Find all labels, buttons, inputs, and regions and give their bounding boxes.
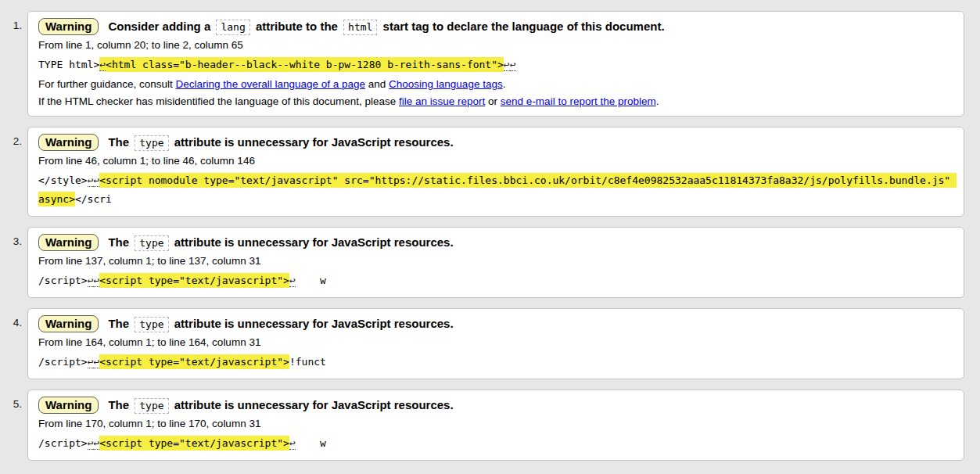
- code-token: type: [135, 135, 168, 151]
- guidance-link[interactable]: Choosing language tags: [389, 78, 503, 90]
- warning-heading: The type attribute is unnecessary for Ja…: [108, 317, 453, 330]
- warning-code-extract: /script>↩↩<script type="text/javascript"…: [38, 353, 953, 372]
- warning-location: From line 137, column 1; to line 137, co…: [38, 254, 953, 268]
- warning-item: WarningThe type attribute is unnecessary…: [27, 308, 964, 379]
- warning-heading-line: WarningThe type attribute is unnecessary…: [38, 234, 953, 251]
- warning-location: From line 46, column 1; to line 46, colu…: [38, 154, 953, 168]
- warning-item: WarningThe type attribute is unnecessary…: [27, 127, 964, 217]
- warning-item: WarningConsider adding a lang attribute …: [27, 11, 964, 117]
- line-break-icon: ↩: [510, 59, 516, 71]
- warning-badge: Warning: [38, 397, 99, 414]
- warning-heading: The type attribute is unnecessary for Ja…: [108, 135, 453, 149]
- guidance-text: If the HTML checker has misidentified th…: [38, 95, 953, 109]
- warning-list: WarningConsider adding a lang attribute …: [0, 11, 964, 461]
- code-token: type: [135, 398, 168, 414]
- code-token: lang: [216, 20, 249, 35]
- warning-location: From line 1, column 20; to line 2, colum…: [38, 38, 953, 52]
- warning-heading-line: WarningThe type attribute is unnecessary…: [38, 315, 953, 332]
- warning-heading-line: WarningThe type attribute is unnecessary…: [38, 397, 953, 414]
- warning-location: From line 164, column 1; to line 164, co…: [38, 336, 953, 350]
- warning-heading-line: WarningConsider adding a lang attribute …: [38, 18, 953, 35]
- warning-heading: The type attribute is unnecessary for Ja…: [108, 235, 453, 249]
- warning-item: WarningThe type attribute is unnecessary…: [27, 227, 964, 298]
- highlighted-code: <script nomodule type="text/javascript" …: [38, 173, 957, 206]
- code-token: type: [135, 235, 168, 251]
- warning-badge: Warning: [38, 134, 99, 151]
- warning-badge: Warning: [38, 18, 99, 35]
- guidance-text: For further guidance, consult Declaring …: [38, 77, 953, 92]
- highlighted-code: <script type="text/javascript">: [99, 354, 289, 369]
- warning-item: WarningThe type attribute is unnecessary…: [27, 390, 964, 461]
- highlighted-code: <html class="b-header--black--white b-pw…: [106, 57, 504, 72]
- line-break-icon: ↩: [99, 57, 106, 71]
- warning-heading: The type attribute is unnecessary for Ja…: [108, 398, 453, 411]
- warning-code-extract: /script>↩↩<script type="text/javascript"…: [38, 434, 953, 453]
- line-break-icon: ↩: [289, 437, 296, 450]
- warning-heading: Consider adding a lang attribute to the …: [108, 20, 664, 33]
- guidance-link[interactable]: send e-mail to report the problem: [501, 95, 656, 107]
- warning-badge: Warning: [38, 234, 99, 251]
- code-token: type: [135, 317, 168, 332]
- line-break-icon: ↩: [504, 59, 510, 71]
- warning-code-extract: </style>↩↩<script nomodule type="text/ja…: [38, 171, 953, 209]
- warning-badge: Warning: [38, 315, 99, 332]
- guidance-link[interactable]: Declaring the overall language of a page: [176, 78, 365, 90]
- code-token: html: [343, 20, 377, 35]
- highlighted-code: <script type="text/javascript">: [99, 273, 289, 288]
- guidance-link[interactable]: file an issue report: [399, 95, 485, 107]
- warning-code-extract: /script>↩↩<script type="text/javascript"…: [38, 271, 953, 290]
- line-break-icon: ↩: [289, 275, 296, 287]
- warning-location: From line 170, column 1; to line 170, co…: [38, 417, 953, 431]
- warning-code-extract: TYPE html>↩<html class="b-header--black-…: [38, 56, 953, 74]
- warning-heading-line: WarningThe type attribute is unnecessary…: [38, 134, 953, 151]
- highlighted-code: <script type="text/javascript">: [99, 436, 289, 451]
